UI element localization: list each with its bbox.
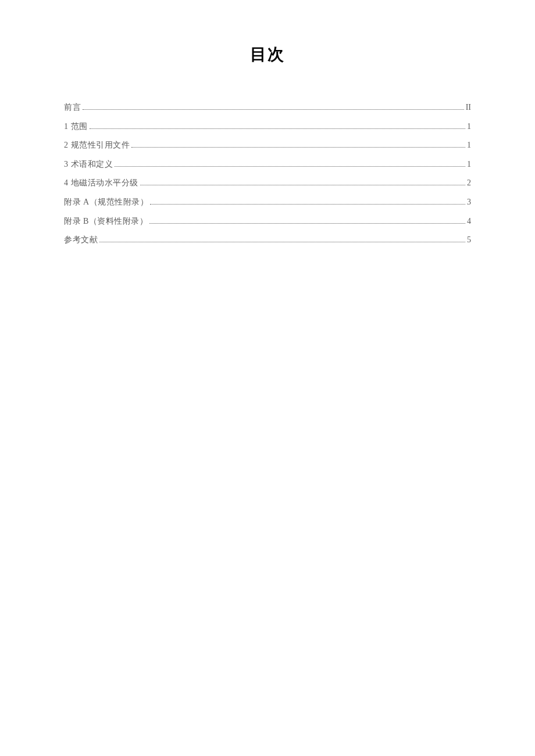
toc-page-number: 2 (467, 177, 471, 189)
toc-label: 参考文献 (64, 234, 98, 246)
toc-entry: 2 规范性引用文件 1 (64, 139, 471, 151)
toc-leader-dots (149, 223, 465, 224)
toc-leader-dots (83, 109, 464, 110)
toc-label: 1 范围 (64, 121, 88, 132)
toc-page-number: 1 (467, 139, 471, 151)
toc-leader-dots (115, 166, 465, 167)
toc-entry: 前言 II (64, 102, 471, 113)
toc-entry: 4 地磁活动水平分级 2 (64, 177, 471, 189)
toc-page-number: 5 (467, 234, 471, 246)
toc-leader-dots (99, 242, 465, 242)
toc-page-number: 1 (467, 159, 471, 170)
page-title: 目次 (42, 44, 493, 66)
toc-label: 3 术语和定义 (64, 159, 113, 170)
toc-leader-dots (131, 147, 465, 148)
toc-page-number: 4 (467, 216, 471, 227)
toc-entry: 3 术语和定义 1 (64, 159, 471, 170)
toc-label: 附录 A（规范性附录） (64, 196, 148, 208)
toc-list: 前言 II 1 范围 1 2 规范性引用文件 1 3 术语和定义 1 4 地磁活… (42, 102, 493, 246)
toc-leader-dots (90, 128, 466, 129)
toc-label: 前言 (64, 102, 81, 113)
toc-page-number: 1 (467, 121, 471, 132)
toc-entry: 参考文献 5 (64, 234, 471, 246)
toc-entry: 附录 A（规范性附录） 3 (64, 196, 471, 208)
toc-page-number: II (466, 102, 471, 113)
toc-page-number: 3 (467, 196, 471, 208)
toc-label: 4 地磁活动水平分级 (64, 177, 138, 189)
toc-leader-dots (140, 185, 466, 185)
toc-entry: 附录 B（资料性附录） 4 (64, 216, 471, 227)
toc-leader-dots (150, 204, 465, 205)
toc-label: 附录 B（资料性附录） (64, 216, 148, 227)
toc-entry: 1 范围 1 (64, 121, 471, 132)
toc-label: 2 规范性引用文件 (64, 139, 130, 151)
